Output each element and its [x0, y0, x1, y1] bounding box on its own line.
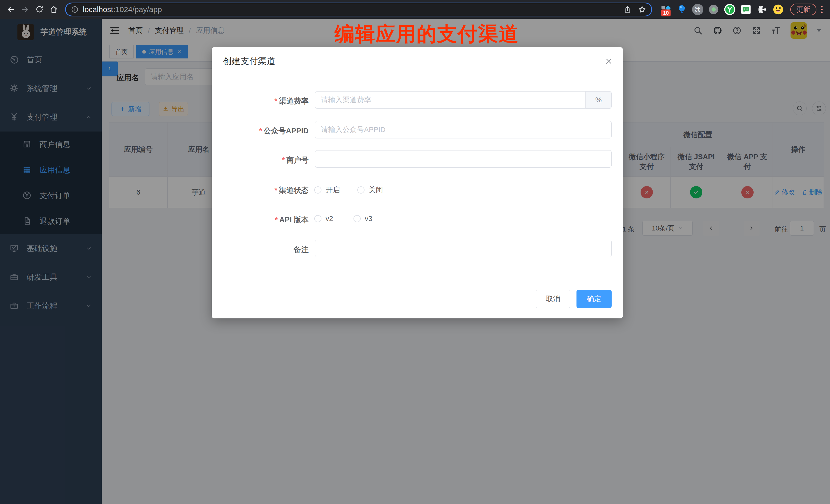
remark-input[interactable] — [315, 240, 612, 257]
browser-update-button[interactable]: 更新 — [790, 4, 817, 15]
dialog-title: 创建支付渠道 — [223, 55, 275, 67]
browser-back-button[interactable] — [4, 3, 18, 16]
forward-icon — [21, 5, 30, 14]
app-root: 芋道管理系统 首页 系统管理 支付管理 — [0, 19, 830, 504]
extension-command-icon[interactable]: ⌘ — [692, 4, 703, 15]
reload-icon — [35, 5, 44, 14]
radio-icon — [357, 186, 364, 194]
browser-menu-icon[interactable] — [821, 6, 823, 13]
extension-emoji-icon[interactable] — [772, 4, 784, 15]
annotation-text: 编辑应用的支付渠道 — [334, 21, 519, 48]
confirm-button[interactable]: 确定 — [576, 290, 612, 308]
cancel-button[interactable]: 取消 — [536, 290, 570, 308]
radio-icon — [353, 215, 361, 222]
radio-status-closed[interactable]: 关闭 — [357, 185, 383, 195]
browser-forward-button[interactable] — [19, 3, 32, 16]
browser-reload-button[interactable] — [33, 3, 46, 16]
extension-badge: 10 — [661, 9, 671, 17]
radio-api-v2[interactable]: v2 — [314, 215, 333, 223]
radio-status-open[interactable]: 开启 — [314, 185, 340, 195]
extension-balloon-icon[interactable] — [676, 4, 688, 15]
back-icon — [6, 5, 15, 14]
screen: localhost:1024/pay/app 10 ⌘ — [0, 0, 830, 504]
extensions-row: 10 ⌘ — [660, 4, 784, 15]
url-text: localhost:1024/pay/app — [83, 5, 162, 14]
bookmark-star-icon[interactable] — [638, 5, 646, 13]
extension-chat-icon[interactable] — [740, 4, 752, 15]
extension-y-icon[interactable] — [724, 4, 736, 15]
home-icon — [50, 5, 58, 14]
dialog-close-icon[interactable] — [605, 57, 613, 65]
radio-api-v3[interactable]: v3 — [353, 215, 373, 223]
extension-tag-icon[interactable]: 10 — [660, 4, 672, 15]
fee-rate-suffix: % — [586, 91, 612, 109]
extension-grey-dot-icon[interactable] — [708, 4, 720, 15]
browser-home-button[interactable] — [47, 3, 61, 16]
fee-rate-input[interactable] — [315, 91, 586, 109]
radio-icon — [314, 215, 321, 222]
site-info-icon — [71, 6, 79, 13]
extensions-puzzle-icon[interactable] — [756, 4, 768, 15]
browser-toolbar: localhost:1024/pay/app 10 ⌘ — [0, 0, 830, 19]
radio-icon — [314, 186, 321, 194]
share-icon[interactable] — [624, 6, 631, 13]
appid-input[interactable] — [315, 121, 612, 138]
create-pay-channel-dialog: 创建支付渠道 *渠道费率 % *公众号APPID *商户号 — [212, 47, 623, 318]
url-bar[interactable]: localhost:1024/pay/app — [65, 3, 652, 17]
merchant-id-input[interactable] — [315, 150, 612, 168]
